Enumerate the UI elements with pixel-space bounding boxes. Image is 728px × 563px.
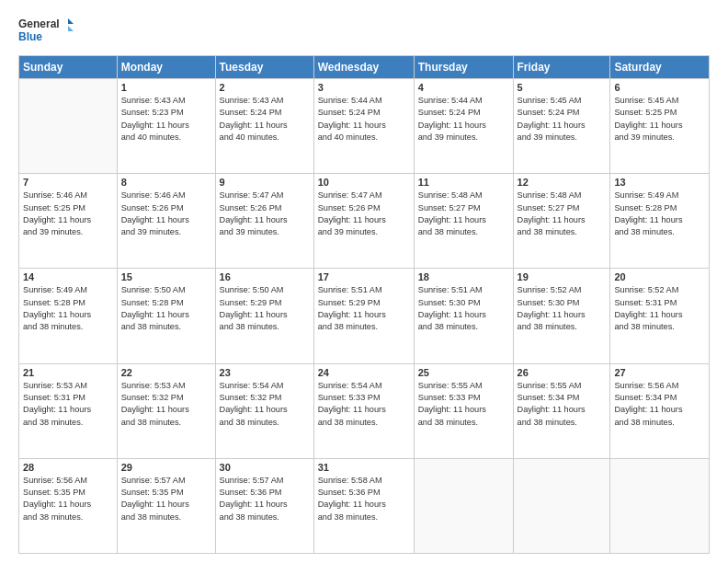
cell-info: Sunrise: 5:55 AMSunset: 5:33 PMDaylight:… <box>418 380 509 429</box>
day-cell: 11Sunrise: 5:48 AMSunset: 5:27 PMDayligh… <box>414 174 513 269</box>
day-cell: 19Sunrise: 5:52 AMSunset: 5:30 PMDayligh… <box>513 269 610 363</box>
cell-info: Sunrise: 5:46 AMSunset: 5:25 PMDaylight:… <box>23 190 113 238</box>
cell-info: Sunrise: 5:53 AMSunset: 5:32 PMDaylight:… <box>121 380 211 429</box>
weekday-header-thursday: Thursday <box>414 56 513 79</box>
day-number: 26 <box>518 367 607 378</box>
weekday-header-saturday: Saturday <box>610 56 710 79</box>
day-cell: 9Sunrise: 5:47 AMSunset: 5:26 PMDaylight… <box>215 174 313 269</box>
day-cell: 6Sunrise: 5:45 AMSunset: 5:25 PMDaylight… <box>610 79 710 174</box>
day-cell: 15Sunrise: 5:50 AMSunset: 5:28 PMDayligh… <box>117 269 215 363</box>
day-number: 27 <box>614 367 705 378</box>
day-cell: 4Sunrise: 5:44 AMSunset: 5:24 PMDaylight… <box>414 79 513 174</box>
day-number: 7 <box>23 177 113 188</box>
cell-info: Sunrise: 5:54 AMSunset: 5:33 PMDaylight:… <box>318 380 410 429</box>
cell-info: Sunrise: 5:56 AMSunset: 5:34 PMDaylight:… <box>614 380 705 429</box>
svg-text:Blue: Blue <box>18 30 42 43</box>
week-row-5: 28Sunrise: 5:56 AMSunset: 5:35 PMDayligh… <box>19 458 710 553</box>
day-cell: 29Sunrise: 5:57 AMSunset: 5:35 PMDayligh… <box>117 458 215 553</box>
day-number: 3 <box>318 82 410 93</box>
day-number: 9 <box>220 177 310 188</box>
day-number: 22 <box>121 367 211 378</box>
day-number: 21 <box>23 367 113 378</box>
day-number: 8 <box>121 177 211 188</box>
day-cell: 23Sunrise: 5:54 AMSunset: 5:32 PMDayligh… <box>215 363 313 458</box>
day-number: 4 <box>418 82 509 93</box>
cell-info: Sunrise: 5:52 AMSunset: 5:31 PMDaylight:… <box>614 284 705 333</box>
cell-info: Sunrise: 5:46 AMSunset: 5:26 PMDaylight:… <box>121 190 211 238</box>
cell-info: Sunrise: 5:53 AMSunset: 5:31 PMDaylight:… <box>23 380 113 429</box>
cell-info: Sunrise: 5:43 AMSunset: 5:23 PMDaylight:… <box>121 95 211 144</box>
weekday-header-friday: Friday <box>513 56 610 79</box>
day-cell: 18Sunrise: 5:51 AMSunset: 5:30 PMDayligh… <box>414 269 513 363</box>
day-number: 6 <box>614 82 705 93</box>
cell-info: Sunrise: 5:57 AMSunset: 5:36 PMDaylight:… <box>220 475 310 523</box>
page: General Blue SundayMondayTuesdayWednesda… <box>0 0 728 563</box>
cell-info: Sunrise: 5:52 AMSunset: 5:30 PMDaylight:… <box>518 284 607 333</box>
day-number: 31 <box>318 462 410 473</box>
day-cell <box>414 458 513 553</box>
svg-marker-3 <box>68 26 74 31</box>
cell-info: Sunrise: 5:57 AMSunset: 5:35 PMDaylight:… <box>121 475 211 523</box>
day-number: 1 <box>121 82 211 93</box>
header: General Blue <box>18 15 710 48</box>
day-number: 19 <box>518 271 607 282</box>
svg-text:General: General <box>18 17 60 30</box>
cell-info: Sunrise: 5:55 AMSunset: 5:34 PMDaylight:… <box>518 380 607 429</box>
day-cell: 25Sunrise: 5:55 AMSunset: 5:33 PMDayligh… <box>414 363 513 458</box>
weekday-header-tuesday: Tuesday <box>215 56 313 79</box>
cell-info: Sunrise: 5:44 AMSunset: 5:24 PMDaylight:… <box>418 95 509 144</box>
week-row-4: 21Sunrise: 5:53 AMSunset: 5:31 PMDayligh… <box>19 363 710 458</box>
day-number: 15 <box>121 271 211 282</box>
day-number: 24 <box>318 367 410 378</box>
cell-info: Sunrise: 5:50 AMSunset: 5:29 PMDaylight:… <box>220 284 310 333</box>
cell-info: Sunrise: 5:49 AMSunset: 5:28 PMDaylight:… <box>23 284 113 333</box>
day-cell: 17Sunrise: 5:51 AMSunset: 5:29 PMDayligh… <box>313 269 414 363</box>
day-cell: 7Sunrise: 5:46 AMSunset: 5:25 PMDaylight… <box>19 174 118 269</box>
cell-info: Sunrise: 5:51 AMSunset: 5:29 PMDaylight:… <box>318 284 410 333</box>
calendar-table: SundayMondayTuesdayWednesdayThursdayFrid… <box>18 55 710 554</box>
cell-info: Sunrise: 5:47 AMSunset: 5:26 PMDaylight:… <box>220 190 310 238</box>
day-number: 10 <box>318 177 410 188</box>
day-cell: 16Sunrise: 5:50 AMSunset: 5:29 PMDayligh… <box>215 269 313 363</box>
cell-info: Sunrise: 5:43 AMSunset: 5:24 PMDaylight:… <box>220 95 310 144</box>
cell-info: Sunrise: 5:44 AMSunset: 5:24 PMDaylight:… <box>318 95 410 144</box>
cell-info: Sunrise: 5:58 AMSunset: 5:36 PMDaylight:… <box>318 475 410 523</box>
weekday-header-row: SundayMondayTuesdayWednesdayThursdayFrid… <box>19 56 710 79</box>
day-cell <box>19 79 118 174</box>
cell-info: Sunrise: 5:49 AMSunset: 5:28 PMDaylight:… <box>614 190 705 238</box>
day-number: 20 <box>614 271 705 282</box>
logo: General Blue <box>18 15 74 48</box>
day-cell: 22Sunrise: 5:53 AMSunset: 5:32 PMDayligh… <box>117 363 215 458</box>
cell-info: Sunrise: 5:47 AMSunset: 5:26 PMDaylight:… <box>318 190 410 238</box>
weekday-header-sunday: Sunday <box>19 56 118 79</box>
day-cell: 31Sunrise: 5:58 AMSunset: 5:36 PMDayligh… <box>313 458 414 553</box>
day-number: 2 <box>220 82 310 93</box>
day-cell: 1Sunrise: 5:43 AMSunset: 5:23 PMDaylight… <box>117 79 215 174</box>
day-cell: 21Sunrise: 5:53 AMSunset: 5:31 PMDayligh… <box>19 363 118 458</box>
cell-info: Sunrise: 5:48 AMSunset: 5:27 PMDaylight:… <box>518 190 607 238</box>
day-cell: 24Sunrise: 5:54 AMSunset: 5:33 PMDayligh… <box>313 363 414 458</box>
day-cell: 12Sunrise: 5:48 AMSunset: 5:27 PMDayligh… <box>513 174 610 269</box>
day-number: 16 <box>220 271 310 282</box>
day-number: 30 <box>220 462 310 473</box>
day-cell: 20Sunrise: 5:52 AMSunset: 5:31 PMDayligh… <box>610 269 710 363</box>
day-number: 29 <box>121 462 211 473</box>
day-cell <box>513 458 610 553</box>
cell-info: Sunrise: 5:45 AMSunset: 5:25 PMDaylight:… <box>614 95 705 144</box>
cell-info: Sunrise: 5:56 AMSunset: 5:35 PMDaylight:… <box>23 475 113 523</box>
day-cell: 10Sunrise: 5:47 AMSunset: 5:26 PMDayligh… <box>313 174 414 269</box>
day-number: 11 <box>418 177 509 188</box>
week-row-3: 14Sunrise: 5:49 AMSunset: 5:28 PMDayligh… <box>19 269 710 363</box>
svg-marker-2 <box>68 18 74 24</box>
day-cell: 27Sunrise: 5:56 AMSunset: 5:34 PMDayligh… <box>610 363 710 458</box>
day-number: 17 <box>318 271 410 282</box>
day-cell: 14Sunrise: 5:49 AMSunset: 5:28 PMDayligh… <box>19 269 118 363</box>
day-number: 13 <box>614 177 705 188</box>
cell-info: Sunrise: 5:51 AMSunset: 5:30 PMDaylight:… <box>418 284 509 333</box>
day-number: 12 <box>518 177 607 188</box>
day-number: 14 <box>23 271 113 282</box>
day-number: 28 <box>23 462 113 473</box>
cell-info: Sunrise: 5:45 AMSunset: 5:24 PMDaylight:… <box>518 95 607 144</box>
cell-info: Sunrise: 5:50 AMSunset: 5:28 PMDaylight:… <box>121 284 211 333</box>
day-number: 25 <box>418 367 509 378</box>
